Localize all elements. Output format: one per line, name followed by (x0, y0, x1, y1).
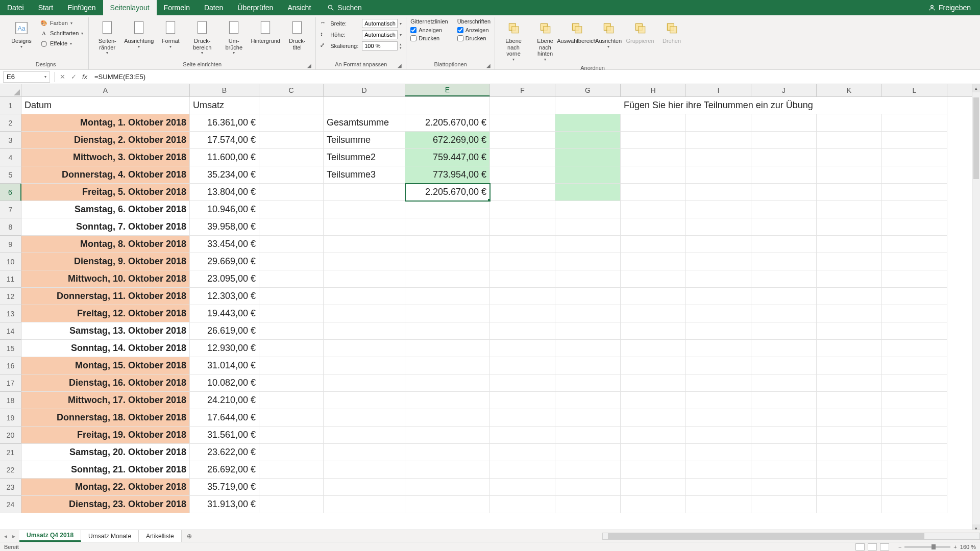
gridlines-view-checkbox[interactable]: Anzeigen (410, 27, 448, 34)
cell[interactable] (621, 288, 686, 305)
cell[interactable] (686, 357, 751, 374)
cell[interactable] (882, 288, 947, 305)
cell[interactable]: 17.644,00 € (190, 409, 259, 427)
cell[interactable] (882, 166, 947, 184)
menu-tab-daten[interactable]: Daten (197, 0, 230, 15)
cell[interactable] (817, 461, 882, 479)
select-all-corner[interactable] (0, 84, 21, 96)
cell[interactable]: Freitag, 5. Oktober 2018 (21, 184, 190, 201)
cell[interactable] (882, 114, 947, 132)
cell[interactable] (405, 392, 490, 409)
share-button[interactable]: Freigeben (928, 4, 971, 12)
cell[interactable] (405, 97, 490, 114)
cell[interactable]: 31.014,00 € (190, 357, 259, 374)
menu-tab-einfügen[interactable]: Einfügen (60, 0, 103, 15)
cell[interactable]: 13.804,00 € (190, 184, 259, 201)
cell[interactable] (259, 305, 324, 322)
cell[interactable]: Montag, 22. Oktober 2018 (21, 479, 190, 496)
cell[interactable] (882, 305, 947, 322)
cell[interactable]: 16.361,00 € (190, 114, 259, 132)
column-header-C[interactable]: C (259, 84, 324, 96)
cell[interactable] (259, 479, 324, 496)
cell[interactable] (555, 149, 621, 166)
cell[interactable] (686, 496, 751, 513)
cell[interactable] (259, 201, 324, 218)
cell[interactable] (324, 270, 405, 288)
cell[interactable]: Dienstag, 16. Oktober 2018 (21, 374, 190, 392)
cell[interactable] (490, 392, 555, 409)
cell[interactable] (621, 218, 686, 236)
cell[interactable] (686, 444, 751, 461)
add-sheet-button[interactable]: ⊕ (182, 533, 197, 540)
page-break-view-button[interactable] (880, 543, 889, 550)
cell[interactable] (555, 114, 621, 132)
scroll-thumb[interactable] (973, 97, 979, 179)
cell[interactable] (490, 496, 555, 513)
gridlines-print-checkbox[interactable]: Drucken (410, 35, 448, 42)
cell[interactable] (259, 496, 324, 513)
colors-button[interactable]: 🎨Farben▾ (39, 18, 84, 28)
cell[interactable] (686, 218, 751, 236)
cell[interactable] (817, 184, 882, 201)
chevron-right-icon[interactable]: ▸ (12, 533, 15, 540)
cell[interactable] (555, 305, 621, 322)
cell[interactable] (686, 479, 751, 496)
cell[interactable] (621, 305, 686, 322)
menu-tab-start[interactable]: Start (31, 0, 61, 15)
cell[interactable] (324, 496, 405, 513)
cell[interactable] (751, 340, 817, 357)
cell[interactable] (621, 392, 686, 409)
column-header-H[interactable]: H (621, 84, 686, 96)
cell[interactable] (259, 461, 324, 479)
cell[interactable] (686, 253, 751, 270)
cell[interactable] (817, 496, 882, 513)
cell[interactable] (405, 270, 490, 288)
formula-input[interactable]: =SUMME(E3:E5) (90, 73, 980, 81)
row-header[interactable]: 9 (0, 236, 21, 253)
cell[interactable] (882, 496, 947, 513)
menu-tab-formeln[interactable]: Formeln (157, 0, 197, 15)
row-header[interactable]: 15 (0, 340, 21, 357)
cell[interactable] (555, 496, 621, 513)
row-header[interactable]: 21 (0, 444, 21, 461)
row-header[interactable]: 13 (0, 305, 21, 322)
size-button[interactable]: Format▾ (156, 17, 185, 51)
row-header[interactable]: 6 (0, 184, 21, 201)
cell[interactable] (817, 374, 882, 392)
cell[interactable] (324, 427, 405, 444)
cell[interactable]: Samstag, 6. Oktober 2018 (21, 201, 190, 218)
cell[interactable] (324, 288, 405, 305)
cell[interactable] (882, 270, 947, 288)
cell[interactable] (405, 340, 490, 357)
cell[interactable]: 19.443,00 € (190, 305, 259, 322)
headings-print-checkbox[interactable]: Drucken (457, 35, 491, 42)
row-header[interactable]: 18 (0, 392, 21, 409)
height-control[interactable]: ↕Höhe:Automatisch▾ (320, 30, 402, 40)
cell[interactable]: 31.913,00 € (190, 496, 259, 513)
cell[interactable] (555, 409, 621, 427)
cell[interactable]: 672.269,00 € (405, 132, 490, 149)
cell[interactable] (405, 305, 490, 322)
cell[interactable]: Dienstag, 9. Oktober 2018 (21, 253, 190, 270)
cell[interactable] (621, 322, 686, 340)
effects-button[interactable]: ◯Effekte▾ (39, 39, 84, 48)
cell[interactable] (817, 409, 882, 427)
cell[interactable] (621, 496, 686, 513)
cell[interactable] (686, 305, 751, 322)
cell[interactable] (259, 322, 324, 340)
cell[interactable] (259, 166, 324, 184)
cell[interactable]: Mittwoch, 10. Oktober 2018 (21, 270, 190, 288)
cell[interactable] (621, 270, 686, 288)
selection-pane-button[interactable]: Auswahlbereich (562, 17, 591, 46)
cell[interactable] (324, 479, 405, 496)
cell[interactable] (555, 184, 621, 201)
cell[interactable] (490, 184, 555, 201)
fonts-button[interactable]: ASchriftarten▾ (39, 29, 84, 38)
sheet-nav[interactable]: ◂▸ (0, 533, 19, 540)
cell[interactable] (751, 218, 817, 236)
menu-tab-ansicht[interactable]: Ansicht (280, 0, 318, 15)
fx-button[interactable]: fx (79, 73, 90, 81)
cell[interactable] (817, 427, 882, 444)
cell[interactable] (490, 236, 555, 253)
row-header[interactable]: 4 (0, 149, 21, 166)
